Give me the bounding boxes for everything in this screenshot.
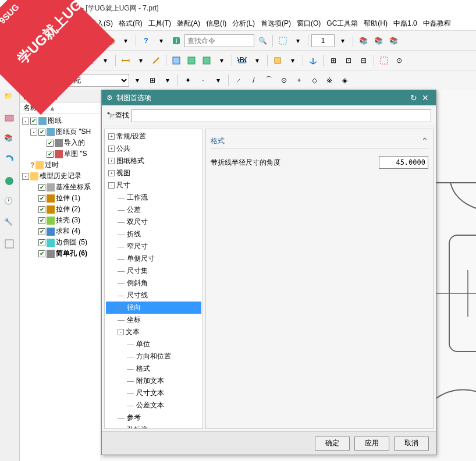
cancel-button[interactable]: 取消 (394, 437, 429, 451)
dialog-tree-item[interactable]: —单位 (106, 338, 201, 350)
angle-field[interactable] (379, 156, 428, 169)
tree-checkbox[interactable]: ✔ (47, 140, 54, 147)
menu-item[interactable]: 视图(V) (58, 17, 86, 30)
dialog-tree-item[interactable]: —窄尺寸 (106, 240, 201, 253)
tree-toggle[interactable]: - (22, 173, 29, 180)
menu-item[interactable]: 格式(R) (116, 17, 145, 30)
open-button[interactable] (17, 34, 31, 48)
tree-checkbox[interactable]: ✔ (38, 239, 45, 246)
fit-dropdown[interactable]: ▾ (291, 34, 305, 48)
dialog-tree-item[interactable]: —附加文本 (106, 375, 201, 387)
dialog-tree-item[interactable]: —参考 (106, 412, 201, 424)
tree-toggle[interactable]: - (22, 118, 29, 125)
csys-tool[interactable] (306, 54, 320, 68)
tree-checkbox[interactable]: ✔ (38, 195, 45, 202)
dialog-tree-item[interactable]: +图纸格式 (106, 155, 201, 167)
menu-item[interactable]: 装配(A) (175, 17, 203, 30)
nav-icon-5[interactable] (4, 176, 16, 187)
dialog-tree-item[interactable]: -尺寸 (106, 179, 201, 192)
dialog-tree-item[interactable]: +视图 (106, 167, 201, 179)
nav-tree-item[interactable]: -模型历史记录 (21, 171, 100, 182)
feat-tool-1[interactable] (271, 54, 285, 68)
menu-item[interactable]: 窗口(O) (294, 17, 323, 30)
tree-checkbox[interactable]: ✔ (30, 118, 37, 125)
tree-toggle[interactable]: - (118, 329, 124, 335)
nav-icon-2[interactable] (4, 113, 16, 125)
dialog-tree-item[interactable]: +公共 (106, 143, 201, 155)
nav-icon-3[interactable]: 📚 (4, 134, 16, 146)
tree-toggle[interactable]: + (108, 146, 115, 152)
dialog-tree-item[interactable]: —双尺寸 (106, 216, 201, 228)
line-tool-8[interactable]: ◈ (338, 73, 351, 87)
line-tool-1[interactable]: ⟋ (232, 73, 246, 87)
tree-toggle[interactable]: - (30, 129, 37, 136)
dialog-tree-item[interactable]: —坐标 (106, 314, 201, 326)
dialog-tree-item[interactable]: —格式 (106, 363, 201, 375)
nav-tree-item[interactable]: ✔拉伸 (2) (21, 204, 100, 215)
tree-toggle[interactable]: - (108, 182, 115, 189)
help-dropdown[interactable]: ▾ (154, 34, 168, 48)
nav-tree-item[interactable]: ✔抽壳 (3) (21, 215, 100, 226)
dialog-tree-item[interactable]: —公差 (106, 204, 201, 216)
layer-button-1[interactable]: 📚 (356, 34, 370, 48)
dialog-tree-item[interactable]: —孔标注 (106, 424, 201, 429)
pt-tool-1[interactable]: ✦ (181, 73, 195, 87)
tool2-1[interactable] (2, 54, 16, 68)
menu-item[interactable]: 中磊教程 (421, 17, 453, 30)
tool2-4[interactable] (63, 54, 77, 68)
nav-tree-item[interactable]: ✔草图 "S (21, 148, 100, 159)
menu-item[interactable]: 首选项(P) (258, 17, 293, 30)
menu-item[interactable]: 分析(L) (230, 17, 257, 30)
tree-toggle[interactable]: + (108, 133, 115, 140)
tool3-3[interactable]: ▾ (33, 73, 47, 87)
nav-icon-8[interactable] (4, 239, 16, 250)
line-tool-2[interactable]: / (247, 73, 261, 87)
nav-tree-item[interactable]: ✔基准坐标系 (21, 182, 100, 193)
tool2-1d[interactable]: ▾ (17, 54, 31, 68)
ok-button[interactable]: 确定 (315, 437, 350, 451)
misc-tool-4[interactable] (377, 54, 391, 68)
menu-item[interactable]: 插入(S) (87, 17, 115, 30)
help-button[interactable]: ? (139, 34, 153, 48)
assembly-mode-select[interactable]: 整个装配 (48, 74, 129, 87)
dialog-tree-item[interactable]: —尺寸线 (106, 289, 201, 302)
dim-tool-2[interactable] (149, 54, 163, 68)
search-go-button[interactable]: 🔍 (255, 34, 269, 48)
tree-checkbox[interactable]: ✔ (38, 228, 45, 235)
misc-tool-3[interactable]: ⊟ (357, 54, 371, 68)
nav-icon-4[interactable] (4, 155, 16, 166)
tool2-6[interactable]: ▾ (98, 54, 112, 68)
command-search-input[interactable] (184, 34, 254, 47)
misc-tool-5[interactable]: ⊙ (392, 54, 406, 68)
nav-col-name[interactable]: 名称▲ (20, 102, 101, 114)
tree-toggle[interactable]: + (108, 158, 115, 164)
nav-tree-item[interactable]: ✔边倒圆 (5) (21, 237, 100, 248)
pt-tool-2[interactable]: · (196, 73, 210, 87)
cut-button[interactable]: ✂ (53, 34, 67, 48)
dialog-tree-item[interactable]: —公差文本 (106, 399, 201, 412)
dialog-titlebar[interactable]: ⚙ 制图首选项 ↻ ✕ (102, 90, 436, 105)
refresh-icon[interactable]: ↻ (408, 93, 420, 102)
tool3-5[interactable]: ⊞ (145, 73, 159, 87)
dialog-tree-item[interactable]: —方向和位置 (106, 350, 201, 363)
new-button[interactable] (2, 34, 16, 48)
line-tool-5[interactable]: + (292, 73, 306, 87)
dialog-search-input[interactable] (132, 109, 431, 122)
layer-button-3[interactable]: 📚 (386, 34, 400, 48)
tree-checkbox[interactable]: ✔ (38, 206, 45, 213)
tree-checkbox[interactable]: ✔ (38, 217, 45, 224)
fit-button[interactable] (276, 34, 290, 48)
dialog-tree-item[interactable]: —单侧尺寸 (106, 253, 201, 265)
nav-icon-1[interactable]: 📁 (4, 92, 16, 104)
dim-tool-1[interactable] (119, 54, 133, 68)
page-number-input[interactable] (311, 34, 335, 47)
tool3-5d[interactable]: ▾ (161, 73, 175, 87)
dialog-tree-item[interactable]: —径向 (106, 302, 201, 314)
view-tool-1[interactable] (169, 54, 183, 68)
tool2-3[interactable]: ▾ (48, 54, 62, 68)
line-tool-7[interactable]: ※ (322, 73, 336, 87)
tree-checkbox[interactable]: ✔ (38, 250, 45, 257)
nav-icon-6[interactable]: 🕐 (4, 197, 16, 208)
menu-item[interactable]: GC工具箱 (324, 17, 360, 30)
copy-button[interactable]: ⎘ (68, 34, 82, 48)
